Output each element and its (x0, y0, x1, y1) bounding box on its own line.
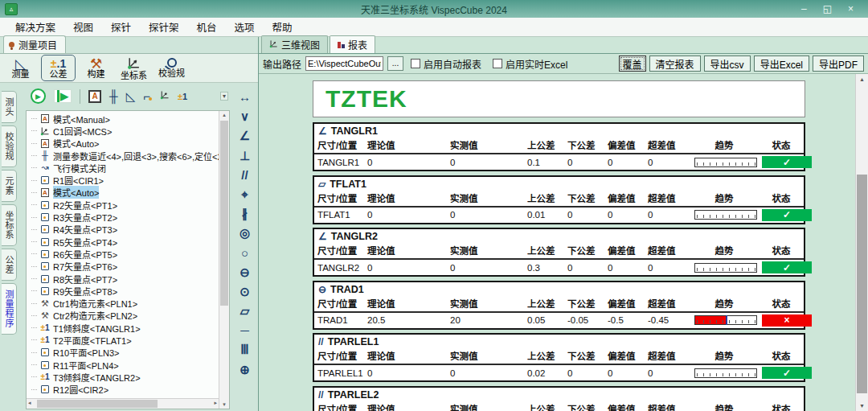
tree-item[interactable]: ±1T1倾斜度<TANGLR1> (27, 322, 219, 334)
side-tab[interactable]: 校验规 (2, 125, 17, 167)
menu-item[interactable]: 机台 (188, 17, 226, 37)
toolbar-overflow-icon[interactable]: ▾ (220, 92, 228, 101)
menu-item[interactable]: 探针 (102, 17, 140, 37)
scroll-left-icon[interactable]: ◂ (28, 400, 31, 406)
tree-item[interactable]: ⚒Ctr2构造元素<PLN2> (27, 310, 219, 322)
symmetry-icon[interactable]: ∦ (242, 208, 248, 220)
tree-item[interactable]: R6矢量点<PT5> (27, 248, 219, 260)
ribbon-button-公差[interactable]: ±.1公差 (41, 55, 76, 81)
concentricity-icon[interactable]: ◎ (240, 227, 250, 239)
tree-item[interactable]: ±1T3倾斜度<TANGLR2> (27, 371, 219, 383)
corner-icon[interactable]: ⌐ (143, 90, 152, 103)
side-tab[interactable]: 测量程序 (2, 283, 17, 335)
tree-item[interactable]: A模式<Manual> (27, 113, 219, 125)
maximize-icon[interactable]: ◱ (823, 3, 832, 14)
tree-item[interactable]: ⚒Ctr1构造元素<PLN1> (27, 297, 219, 309)
hscroll-thumb[interactable] (37, 400, 158, 408)
tree-item[interactable]: R2矢量点<PT1> (27, 199, 219, 211)
tree-item[interactable]: C1回调<MCS> (27, 125, 219, 137)
button-导出PDF[interactable]: 导出PDF (813, 55, 864, 72)
tab-三维视图[interactable]: 三维视图 (261, 35, 328, 53)
checkbox[interactable] (493, 59, 502, 68)
tree-item[interactable]: ↝飞行模式关闭 (27, 162, 219, 174)
vscroll-thumb[interactable] (220, 121, 228, 306)
close-icon[interactable]: × (848, 3, 854, 14)
scroll-down-icon[interactable]: ▾ (219, 401, 229, 408)
table-data-row: TPARLEL1000.02000✓ (314, 365, 804, 380)
tree-item[interactable]: R7矢量点<PT6> (27, 261, 219, 273)
step-icon[interactable]: ▶ (54, 90, 72, 102)
side-tab[interactable]: 元素 (2, 170, 17, 202)
menu-item[interactable]: 探针架 (140, 17, 188, 37)
angularity-icon[interactable]: ∠ (240, 129, 250, 142)
params-icon[interactable]: ╫ (109, 90, 118, 103)
output-path-input[interactable] (305, 56, 383, 71)
ribbon-button-校验规[interactable]: 校验规 (154, 55, 189, 81)
menu-item[interactable]: 帮助 (264, 17, 301, 37)
axes-small-icon[interactable] (160, 90, 170, 102)
position-icon[interactable]: ⌖ (241, 188, 248, 200)
tree-item[interactable]: R1圆<CIR1> (27, 174, 219, 186)
table-title-text: TPARLEL1 (328, 336, 379, 347)
scroll-up-icon[interactable]: ▴ (219, 112, 229, 118)
button-导出Excel[interactable]: 导出Excel (754, 55, 809, 72)
ribbon-button-构建[interactable]: ⚒构建 (79, 55, 113, 81)
checkbox[interactable] (411, 59, 420, 68)
tree-item[interactable]: R9矢量点<PT8> (27, 285, 219, 297)
tolerance-small-icon: ±1 (39, 335, 51, 344)
tree-item[interactable]: A模式<Auto> (27, 138, 219, 150)
scroll-down-icon[interactable]: ▾ (856, 402, 868, 409)
tree-hscrollbar[interactable]: ◂ ▸ (27, 398, 219, 409)
measure-small-icon[interactable]: ◺ (126, 90, 136, 103)
perpendicularity-icon[interactable]: ⊥ (240, 150, 250, 162)
tree-item[interactable]: R11平面<PLN4> (27, 359, 219, 371)
runout-icon[interactable]: ⊙ (240, 286, 250, 298)
side-tab[interactable]: 测头 (2, 91, 17, 123)
profile-icon[interactable]: Ⅲ (240, 343, 248, 356)
tree-item[interactable]: R5矢量点<PT4> (27, 236, 219, 248)
tolerance-small-icon[interactable]: ±1 (178, 90, 187, 102)
side-tab[interactable]: 坐标系 (2, 204, 17, 246)
true-position-icon[interactable]: ⊕ (240, 364, 250, 376)
parallelism-icon[interactable]: // (241, 169, 248, 181)
distance-icon[interactable]: ↔ (239, 91, 251, 103)
column-header: 状态 (759, 244, 804, 257)
program-tree: A模式<Manual> C1回调<MCS>A模式<Auto>╫测量参数逼近<4>… (26, 110, 230, 409)
roundness-icon[interactable]: ○ (241, 247, 248, 259)
tree-item[interactable]: R10平面<PLN3> (27, 347, 219, 359)
tree-vscrollbar[interactable]: ▴ ▾ (219, 111, 229, 409)
tree-item[interactable]: R12圆<CIR2> (27, 384, 219, 396)
ribbon-button-坐标系[interactable]: 坐标系 (117, 55, 151, 81)
button-覆盖[interactable]: 覆盖 (619, 55, 646, 72)
scroll-up-icon[interactable]: ▴ (856, 76, 868, 83)
tree-item[interactable]: R4矢量点<PT3> (27, 224, 219, 236)
minimize-icon[interactable]: – (801, 3, 807, 14)
tree-item-label: R12圆<CIR2> (53, 383, 108, 396)
tree-item[interactable]: ╫测量参数逼近<4>,回退<3>,搜索<6>,定位<2: (27, 150, 219, 162)
ribbon-button-测量[interactable]: ◺测量 (3, 55, 38, 81)
tree-item[interactable]: ±1T2平面度<TFLAT1> (27, 334, 219, 346)
menu-item[interactable]: 解决方案 (6, 17, 64, 37)
straightness-icon[interactable]: ─ (240, 324, 249, 336)
cylindricity-icon[interactable]: ⊖ (240, 266, 250, 278)
tab-measurement-project[interactable]: 测量项目 (3, 35, 66, 53)
menu-item[interactable]: 视图 (64, 17, 102, 37)
button-导出csv[interactable]: 导出csv (704, 55, 751, 72)
side-tab[interactable]: 公差 (2, 249, 17, 281)
column-header: 超差值 (645, 349, 690, 362)
menu-item[interactable]: 选项 (226, 17, 264, 37)
tree-item[interactable]: A模式<Auto> (27, 187, 219, 199)
cell-nominal: 0 (364, 263, 447, 273)
tree-item[interactable]: R8矢量点<PT7> (27, 273, 219, 285)
report-scrollbar[interactable]: ▴ ▾ (855, 74, 868, 411)
scroll-right-icon[interactable]: ▸ (214, 400, 217, 406)
button-清空报表[interactable]: 清空报表 (649, 55, 701, 72)
tree-item[interactable]: R3矢量点<PT2> (27, 211, 219, 223)
browse-button[interactable]: ... (387, 56, 403, 71)
flatness-icon[interactable]: ▱ (240, 305, 250, 317)
angle-icon[interactable]: ∨ (240, 110, 249, 122)
report-scroll-thumb[interactable] (857, 175, 867, 393)
tab-报表[interactable]: 报表 (330, 35, 375, 53)
auto-mode-icon[interactable]: A (88, 90, 101, 103)
play-icon[interactable]: ▶ (31, 88, 46, 104)
